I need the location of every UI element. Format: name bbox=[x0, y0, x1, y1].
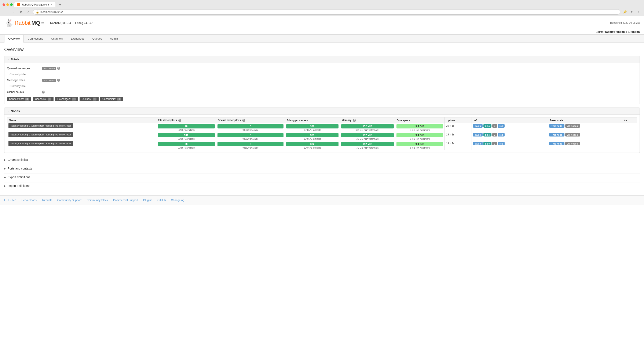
file-desc-cell-2: 98 1048576 available bbox=[156, 141, 216, 150]
nodes-section-header[interactable]: ▼ Nodes bbox=[4, 108, 640, 115]
tab-queues[interactable]: Queues bbox=[88, 35, 106, 42]
new-tab-button[interactable]: + bbox=[57, 2, 63, 8]
info-disc-2[interactable]: disc bbox=[484, 142, 492, 146]
home-button[interactable]: ⌂ bbox=[26, 9, 31, 15]
col-disk-space: Disk space bbox=[395, 118, 445, 124]
message-rates-help-icon[interactable]: ? bbox=[57, 79, 60, 82]
key-icon[interactable]: 🔑 bbox=[622, 9, 628, 15]
col-plus-minus[interactable]: +/- bbox=[622, 118, 637, 124]
share-icon[interactable]: ⬆ bbox=[629, 9, 635, 15]
disk-cell-0: 9.4 GiB 8 MiB low watermark bbox=[395, 124, 445, 132]
col-file-descriptors: File descriptors ? bbox=[156, 118, 216, 124]
app-header: 🐇 Rabbit MQ TM RabbitMQ 3.8.34 Erlang 24… bbox=[0, 16, 644, 30]
back-button[interactable]: ← bbox=[2, 9, 8, 15]
address-bar[interactable]: 🔒 localhost:31672/#/ bbox=[33, 9, 620, 14]
tab-overview[interactable]: Overview bbox=[4, 35, 24, 42]
rabbit-logo-icon: 🐇 bbox=[4, 18, 14, 27]
memory-bar-1: 157 MiB bbox=[341, 133, 394, 137]
erlang-version: Erlang 24.3.4.1 bbox=[75, 21, 94, 24]
connections-count-badge[interactable]: Connections: 0 bbox=[7, 97, 31, 101]
col-name: Name bbox=[7, 118, 156, 124]
footer-link-changelog[interactable]: Changelog bbox=[171, 198, 184, 202]
footer-link-community-support[interactable]: Community Support bbox=[57, 198, 82, 202]
reset-cell-1: This node All nodes bbox=[548, 132, 622, 141]
exchanges-count-badge[interactable]: Exchanges: 7 bbox=[55, 97, 78, 101]
footer-link-github[interactable]: GitHub bbox=[158, 198, 166, 202]
this-node-btn-0[interactable]: This node bbox=[549, 124, 564, 128]
info-basic-2[interactable]: basic bbox=[473, 142, 482, 146]
reset-cell-0: This node All nodes bbox=[548, 124, 622, 132]
disk-sub-1: 8 MiB low watermark bbox=[396, 138, 444, 140]
bookmark-icon[interactable]: ☆ bbox=[636, 9, 642, 15]
all-nodes-btn-0[interactable]: All nodes bbox=[565, 124, 580, 128]
memory-help-icon[interactable]: ? bbox=[353, 119, 356, 122]
info-num-2[interactable]: 2 bbox=[492, 142, 497, 146]
export-definitions-header[interactable]: ▶ Export definitions bbox=[4, 174, 640, 180]
info-rss-1[interactable]: rss bbox=[498, 133, 505, 136]
browser-tab[interactable]: RabbitMQ Management ✕ bbox=[14, 2, 56, 8]
footer-link-commercial-support[interactable]: Commercial Support bbox=[113, 198, 138, 202]
minimize-dot[interactable] bbox=[6, 4, 9, 6]
socket-desc-help-icon[interactable]: ? bbox=[242, 119, 245, 122]
footer-link-tutorials[interactable]: Tutorials bbox=[42, 198, 52, 202]
info-disc-1[interactable]: disc bbox=[484, 133, 492, 136]
socket-desc-bar-0: 0 bbox=[218, 124, 284, 128]
this-node-btn-1[interactable]: This node bbox=[549, 133, 564, 136]
tab-channels[interactable]: Channels bbox=[47, 35, 67, 42]
global-counts: Connections: 0 Channels: 0 Exchanges: 7 … bbox=[7, 97, 637, 101]
channels-count-badge[interactable]: Channels: 0 bbox=[33, 97, 54, 101]
file-desc-help-icon[interactable]: ? bbox=[178, 119, 181, 122]
tab-admin[interactable]: Admin bbox=[106, 35, 122, 42]
info-num-1[interactable]: 2 bbox=[492, 133, 497, 136]
ports-contexts-section: ▶ Ports and contexts bbox=[4, 165, 640, 172]
footer-link-http-api[interactable]: HTTP API bbox=[4, 198, 16, 202]
logo-tm: TM bbox=[41, 22, 44, 24]
consumers-count-badge[interactable]: Consumers: 0 bbox=[100, 97, 123, 101]
disk-sub-0: 8 MiB low watermark bbox=[396, 129, 444, 131]
socket-desc-cell-2: 0 943629 available bbox=[216, 141, 285, 150]
close-dot[interactable] bbox=[2, 4, 5, 6]
col-info: Info bbox=[472, 118, 548, 124]
queues-count-label: Queues: bbox=[82, 98, 91, 100]
all-nodes-btn-1[interactable]: All nodes bbox=[565, 133, 580, 136]
forward-button[interactable]: → bbox=[10, 9, 16, 15]
socket-desc-cell-1: 0 943629 available bbox=[216, 132, 285, 141]
cluster-row: Cluster rabbit@rabbitmq-1.rabbitn bbox=[0, 30, 644, 34]
global-counts-label-row: Global counts ? bbox=[7, 89, 637, 95]
message-rates-badge: last minute bbox=[42, 79, 56, 82]
footer-link-server-docs[interactable]: Server Docs bbox=[22, 198, 37, 202]
info-disc-0[interactable]: disc bbox=[484, 124, 492, 128]
tab-exchanges[interactable]: Exchanges bbox=[67, 35, 88, 42]
import-definitions-header[interactable]: ▶ Import definitions bbox=[4, 182, 640, 189]
memory-bar-2: 152 MiB bbox=[341, 142, 394, 146]
col-uptime: Uptime bbox=[445, 118, 472, 124]
tab-connections[interactable]: Connections bbox=[24, 35, 47, 42]
info-rss-0[interactable]: rss bbox=[498, 124, 505, 128]
info-basic-0[interactable]: basic bbox=[473, 124, 482, 128]
info-basic-1[interactable]: basic bbox=[473, 133, 482, 136]
info-rss-2[interactable]: rss bbox=[498, 142, 505, 146]
memory-cell-0: 152 MiB 3.1 GiB high watermark bbox=[340, 124, 395, 132]
ports-contexts-header[interactable]: ▶ Ports and contexts bbox=[4, 165, 640, 172]
queues-count-badge[interactable]: Queues: 0 bbox=[80, 97, 98, 101]
totals-section-header[interactable]: ▼ Totals bbox=[4, 56, 640, 63]
global-counts-help-icon[interactable]: ? bbox=[42, 90, 45, 94]
this-node-btn-2[interactable]: This node bbox=[549, 142, 564, 146]
memory-sub-1: 3.1 GiB high watermark bbox=[341, 138, 394, 140]
queued-messages-help-icon[interactable]: ? bbox=[57, 67, 60, 70]
maximize-dot[interactable] bbox=[10, 4, 13, 6]
info-badges-1: basic disc 2 rss bbox=[473, 133, 546, 136]
logo-mq: MQ bbox=[31, 20, 40, 26]
all-nodes-btn-2[interactable]: All nodes bbox=[565, 142, 580, 146]
churn-statistics-header[interactable]: ▶ Churn statistics bbox=[4, 156, 640, 163]
reload-button[interactable]: ↻ bbox=[18, 9, 24, 15]
page-title: Overview bbox=[4, 47, 640, 52]
tab-close-icon[interactable]: ✕ bbox=[50, 4, 52, 6]
disk-bar-1: 9.4 GiB bbox=[396, 133, 444, 137]
footer-link-plugins[interactable]: Plugins bbox=[143, 198, 152, 202]
tab-title: RabbitMQ Management bbox=[22, 3, 49, 6]
browser-titlebar: RabbitMQ Management ✕ + bbox=[0, 0, 644, 8]
footer-link-community-slack[interactable]: Community Slack bbox=[86, 198, 108, 202]
channels-count-value: 0 bbox=[48, 98, 52, 100]
info-num-0[interactable]: 2 bbox=[492, 124, 497, 128]
